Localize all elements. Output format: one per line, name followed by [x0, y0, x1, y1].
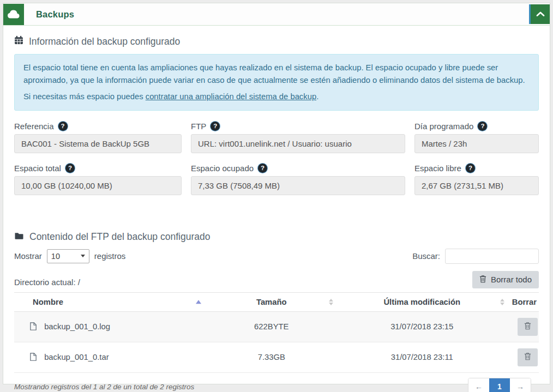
cloud-icon: [3, 4, 24, 25]
alert-line1: El espacio total tiene en cuenta las amp…: [23, 62, 530, 87]
chevron-up-icon: [536, 10, 545, 19]
page-length-value: 10: [51, 252, 60, 261]
trash-icon: [524, 352, 531, 362]
search-label: Buscar:: [412, 251, 440, 261]
field-label-espacio-total: Espacio total: [14, 164, 61, 173]
file-modified-cell: 31/07/2018 23:11: [336, 342, 508, 372]
calendar-icon: [14, 35, 23, 47]
panel-title: Backups: [36, 9, 74, 20]
referencia-input: [14, 134, 182, 153]
table-controls: Mostrar 10 registros Buscar:: [14, 249, 539, 264]
field-espacio-total: Espacio total: [14, 164, 182, 195]
records-label: registros: [94, 251, 126, 261]
espacio-ocupado-input: [191, 176, 405, 195]
backups-panel: Backups Información del backup configura…: [3, 3, 550, 384]
alert-line2: Si necesitas más espacio puedes contrata…: [23, 91, 530, 103]
content-section-title-text: Contenido del FTP del backup configurado: [29, 231, 210, 243]
file-name[interactable]: backup_001_0.tar: [44, 353, 109, 361]
delete-file-button[interactable]: [518, 348, 538, 366]
field-espacio-libre: Espacio libre: [414, 164, 539, 195]
page-length-select[interactable]: 10: [47, 249, 89, 263]
alert-line2-suffix: .: [316, 92, 318, 101]
field-espacio-ocupado: Espacio ocupado: [191, 164, 405, 195]
help-icon[interactable]: [478, 122, 487, 131]
delete-all-button[interactable]: Borrar todo: [472, 271, 539, 288]
table-header-row: Nombre Tamaño Última modificación Borrar: [14, 292, 539, 311]
field-label-ftp: FTP: [191, 122, 206, 131]
file-delete-cell: [508, 311, 539, 342]
file-name-cell: backup_001_0.tar: [14, 342, 207, 372]
panel-header: Backups: [3, 3, 550, 26]
header-tamano-label: Tamaño: [256, 298, 287, 306]
help-icon[interactable]: [466, 164, 475, 173]
trash-icon: [524, 322, 531, 331]
field-referencia: Referencia: [14, 122, 182, 153]
header-nombre[interactable]: Nombre: [14, 292, 207, 311]
espacio-total-input: [14, 176, 182, 195]
panel-body: Información del backup configurado El es…: [3, 26, 550, 392]
field-ftp: FTP: [191, 122, 405, 153]
sort-icon[interactable]: [500, 299, 504, 305]
file-name[interactable]: backup_001_0.log: [44, 322, 110, 331]
page-length-group: Mostrar 10 registros: [14, 249, 125, 263]
field-label-referencia: Referencia: [14, 122, 54, 131]
pagination-next-button[interactable]: →: [510, 378, 531, 392]
collapse-button[interactable]: [529, 4, 550, 24]
ftp-content-table: Nombre Tamaño Última modificación Borrar: [14, 292, 539, 373]
table-row: backup_001_0.log 622BYTE 31/07/2018 23:1…: [14, 311, 539, 342]
trash-icon: [479, 275, 486, 285]
espacio-libre-input: [414, 176, 539, 195]
help-icon[interactable]: [58, 122, 68, 131]
sort-icon[interactable]: [329, 299, 333, 305]
folder-icon: [14, 231, 24, 243]
header-ultima-modificacion-label: Última modificación: [383, 298, 460, 306]
upgrade-backup-link[interactable]: contratar una ampliación del sistema de …: [146, 92, 316, 101]
file-delete-cell: [508, 342, 539, 372]
dia-programado-input: [414, 134, 539, 153]
ftp-input: [191, 134, 405, 153]
help-icon[interactable]: [65, 164, 75, 173]
file-size-cell: 7.33GB: [207, 342, 336, 372]
alert-line2-prefix: Si necesitas más espacio puedes: [23, 92, 146, 101]
chevron-down-icon: [81, 255, 85, 257]
pagination-page-1-button[interactable]: 1: [489, 378, 510, 392]
backup-fields-grid: Referencia FTP Día programado: [14, 122, 539, 195]
file-icon: [29, 322, 39, 331]
field-label-espacio-libre: Espacio libre: [414, 164, 461, 173]
file-modified-cell: 31/07/2018 23:15: [336, 311, 508, 342]
header-tamano[interactable]: Tamaño: [207, 292, 336, 311]
search-group: Buscar:: [412, 249, 539, 264]
delete-all-label: Borrar todo: [491, 275, 532, 284]
header-ultima-modificacion[interactable]: Última modificación: [336, 292, 508, 311]
info-section-title-text: Información del backup configurado: [29, 36, 180, 47]
info-section-title: Información del backup configurado: [14, 35, 539, 47]
field-dia-programado: Día programado: [414, 122, 539, 153]
file-name-cell: backup_001_0.log: [14, 311, 207, 342]
field-label-espacio-ocupado: Espacio ocupado: [191, 164, 254, 173]
search-input[interactable]: [445, 249, 539, 264]
help-icon[interactable]: [211, 122, 220, 131]
pagination: ← 1 →: [468, 378, 531, 392]
content-section-title: Contenido del FTP del backup configurado: [14, 231, 539, 243]
header-borrar: Borrar: [508, 292, 539, 311]
directory-row: Directorio actual: / Borrar todo: [14, 271, 539, 288]
table-footer: Mostrando registros del 1 al 2 de un tot…: [14, 378, 539, 392]
show-label: Mostrar: [14, 251, 42, 261]
info-alert: El espacio total tiene en cuenta las amp…: [14, 54, 539, 111]
header-borrar-label: Borrar: [512, 298, 537, 306]
file-icon: [29, 353, 39, 361]
table-row: backup_001_0.tar 7.33GB 31/07/2018 23:11: [14, 342, 539, 372]
current-directory-label: Directorio actual: /: [14, 278, 80, 288]
file-size-cell: 622BYTE: [207, 311, 336, 342]
header-nombre-label: Nombre: [33, 298, 63, 306]
sort-asc-icon[interactable]: [196, 300, 201, 304]
delete-file-button[interactable]: [518, 318, 538, 336]
records-summary: Mostrando registros del 1 al 2 de un tot…: [14, 383, 194, 391]
pagination-prev-button[interactable]: ←: [468, 378, 489, 392]
help-icon[interactable]: [258, 164, 267, 173]
field-label-dia-programado: Día programado: [414, 122, 473, 131]
